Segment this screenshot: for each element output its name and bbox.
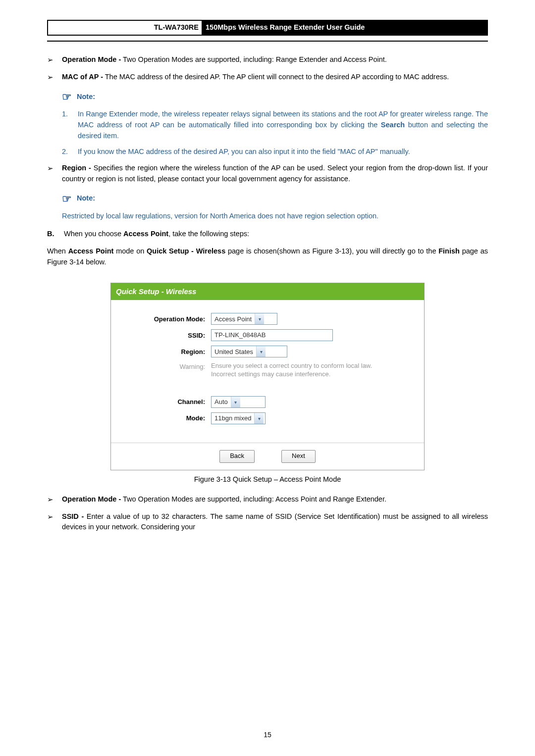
channel-select[interactable]: Auto ▾ (211, 396, 266, 408)
para-text: mode on (113, 247, 147, 255)
figure-body: Operation Mode: Access Point ▾ SSID: TP-… (111, 300, 424, 443)
triangle-bullet-icon (47, 163, 62, 185)
section-b-text: When you choose Access Point, take the f… (64, 229, 249, 240)
note-text: In Range Extender mode, the wireless rep… (78, 109, 488, 141)
chevron-down-icon: ▾ (256, 346, 266, 357)
bullet-item: Operation Mode - Two Operation Modes are… (47, 494, 488, 505)
region-select[interactable]: United States ▾ (211, 346, 287, 357)
section-b-label: B. (47, 229, 64, 240)
para-bold: Finish (438, 247, 460, 255)
chevron-down-icon: ▾ (231, 397, 240, 407)
section-b: B. When you choose Access Point, take th… (47, 229, 488, 240)
mode-select[interactable]: 11bgn mixed ▾ (211, 412, 266, 424)
triangle-bullet-icon (47, 494, 62, 505)
field-label: Region: (121, 347, 211, 357)
field-row-mode: Mode: 11bgn mixed ▾ (121, 412, 414, 424)
bullet-term: MAC of AP - (62, 73, 103, 81)
para-text: When (47, 247, 68, 255)
chevron-down-icon: ▾ (254, 413, 264, 424)
note-block: ☞ Note: (62, 89, 488, 105)
bullet-list-top: Operation Mode - Two Operation Modes are… (47, 54, 488, 83)
bullet-term: Region - (62, 164, 91, 172)
field-row-ssid: SSID: TP-LINK_0848AB (121, 329, 414, 341)
bullet-text: SSID - Enter a value of up to 32 charact… (62, 511, 488, 533)
triangle-bullet-icon (47, 511, 62, 533)
bullet-item: Operation Mode - Two Operation Modes are… (47, 54, 488, 66)
bullet-desc: Two Operation Modes are supported, inclu… (121, 495, 386, 503)
select-value: United States (212, 347, 256, 357)
bullet-item: Region - Specifies the region where the … (47, 163, 488, 185)
bullet-term: Operation Mode - (62, 55, 121, 63)
field-row-warning: Warning: Ensure you select a correct cou… (121, 362, 414, 379)
note-item: In Range Extender mode, the wireless rep… (62, 109, 488, 141)
bullet-text: MAC of AP - The MAC address of the desir… (62, 72, 449, 83)
next-button[interactable]: Next (281, 450, 316, 463)
chevron-down-icon: ▾ (255, 313, 264, 324)
note-item: If you know the MAC address of the desir… (62, 147, 488, 157)
figure-quick-setup: Quick Setup - Wireless Operation Mode: A… (110, 283, 425, 470)
bullet-item: SSID - Enter a value of up to 32 charact… (47, 511, 488, 533)
bullet-desc: Enter a value of up to 32 characters. Th… (62, 512, 488, 531)
bullet-text: Operation Mode - Two Operation Modes are… (62, 494, 386, 505)
field-label: Channel: (121, 397, 211, 407)
bullet-item: MAC of AP - The MAC address of the desir… (47, 72, 488, 83)
note-list: In Range Extender mode, the wireless rep… (62, 109, 488, 157)
bullet-desc: Specifies the region where the wireless … (62, 164, 488, 183)
note-text: If you know the MAC address of the desir… (78, 147, 410, 157)
back-button[interactable]: Back (219, 450, 255, 463)
note-paragraph: Restricted by local law regulations, ver… (62, 211, 488, 222)
warning-line: Ensure you select a correct country to c… (211, 362, 372, 370)
note-bold-word: Search (381, 121, 405, 129)
note-label: Note: (77, 193, 95, 204)
bullet-term: SSID - (62, 512, 84, 520)
paragraph-ap: When Access Point mode on Quick Setup - … (47, 246, 488, 268)
section-b-suffix: , take the following steps: (168, 230, 249, 238)
note-label: Note: (77, 92, 95, 102)
field-label: Operation Mode: (121, 314, 211, 324)
para-bold: Quick Setup - Wireless (147, 247, 225, 255)
bullet-list-region: Region - Specifies the region where the … (47, 163, 488, 185)
doc-header-title: 150Mbps Wireless Range Extender User Gui… (202, 21, 487, 35)
doc-header: TL-WA730RE 150Mbps Wireless Range Extend… (47, 20, 488, 36)
figure-title: Quick Setup - Wireless (111, 283, 424, 301)
field-label: SSID: (121, 331, 211, 341)
section-b-prefix: When you choose (64, 230, 123, 238)
para-bold: Access Point (68, 247, 114, 255)
para-text: page is chosen(shown as Figure 3-13), yo… (225, 247, 438, 255)
field-row-region: Region: United States ▾ (121, 346, 414, 357)
section-b-bold: Access Point (123, 230, 168, 238)
warning-text: Ensure you select a correct country to c… (211, 362, 372, 379)
header-rule (47, 41, 488, 42)
field-row-channel: Channel: Auto ▾ (121, 396, 414, 408)
triangle-bullet-icon (47, 72, 62, 83)
field-row-operation-mode: Operation Mode: Access Point ▾ (121, 313, 414, 325)
triangle-bullet-icon (47, 54, 62, 66)
field-label-warning: Warning: (121, 362, 211, 372)
select-value: Auto (212, 397, 231, 407)
select-value: Access Point (212, 314, 255, 324)
page-number: 15 (0, 730, 535, 740)
pointing-hand-icon: ☞ (62, 89, 72, 105)
doc-header-model: TL-WA730RE (48, 21, 202, 35)
bullet-list-bottom: Operation Mode - Two Operation Modes are… (47, 494, 488, 533)
warning-line: Incorrect settings may cause interferenc… (211, 370, 372, 379)
bullet-desc: Two Operation Modes are supported, inclu… (121, 55, 387, 63)
pointing-hand-icon: ☞ (62, 191, 72, 207)
operation-mode-select[interactable]: Access Point ▾ (211, 313, 277, 325)
figure-buttons: Back Next (111, 443, 424, 470)
bullet-text: Operation Mode - Two Operation Modes are… (62, 54, 387, 66)
bullet-desc: The MAC address of the desired AP. The A… (103, 73, 449, 81)
bullet-text: Region - Specifies the region where the … (62, 163, 488, 185)
select-value: 11bgn mixed (212, 413, 254, 423)
figure-caption: Figure 3-13 Quick Setup – Access Point M… (47, 474, 488, 485)
bullet-term: Operation Mode - (62, 495, 121, 503)
ssid-input[interactable]: TP-LINK_0848AB (211, 329, 333, 341)
note-block: ☞ Note: (62, 191, 488, 207)
field-label: Mode: (121, 413, 211, 423)
